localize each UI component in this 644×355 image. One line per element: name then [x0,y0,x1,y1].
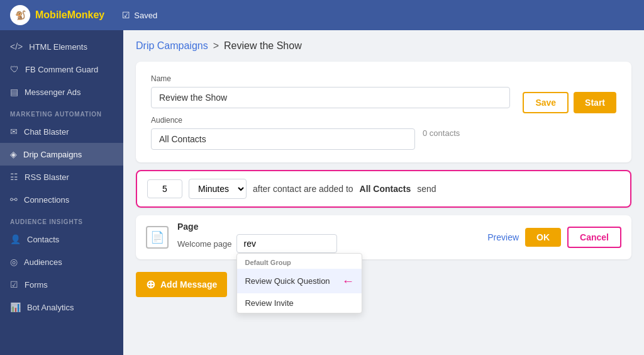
breadcrumb: Drip Campaigns > Review the Show [136,40,631,52]
audience-label: Audience [151,116,415,125]
contacts-icon: 👤 [10,234,21,244]
code-icon: </> [10,42,23,52]
default-page-label: Welcome page [177,239,231,249]
dropdown-item-label: Review Invite [245,298,293,308]
dropdown-item-review-invite[interactable]: Review Invite [237,293,362,313]
sidebar-item-forms[interactable]: ☑ Forms [0,273,123,296]
cancel-button[interactable]: Cancel [567,227,621,248]
shield-icon: 🛡 [10,64,19,74]
page-doc-icon: 📄 [146,226,169,249]
sidebar-item-html-elements[interactable]: </> HTML Elements [0,35,123,58]
check-icon: ☑ [122,10,130,20]
sidebar-item-connections[interactable]: ⚯ Connections [0,188,123,211]
page-header-row: 📄 Page Welcome page Default Group [136,215,631,259]
breadcrumb-link[interactable]: Drip Campaigns [136,40,208,52]
drip-icon: ◈ [10,149,17,159]
sidebar-item-drip-campaigns[interactable]: ◈ Drip Campaigns [0,143,123,166]
analytics-icon: 📊 [10,302,21,312]
forms-icon: ☑ [10,279,18,290]
arrow-icon: ← [341,274,354,288]
sidebar-item-bot-analytics[interactable]: 📊 Bot Analytics [0,296,123,318]
sidebar-item-label: Chat Blaster [24,127,69,137]
sidebar-item-label: Bot Analytics [27,303,74,312]
chat-blaster-icon: ✉ [10,127,18,137]
sidebar-item-label: RSS Blaster [25,172,69,182]
card-buttons: Save Start [523,92,616,113]
sidebar-item-label: FB Comment Guard [25,65,98,74]
audiences-icon: ◎ [10,257,18,267]
topbar: 🐒 MobileMonkey ☑ Saved [0,0,644,30]
sidebar-item-label: Drip Campaigns [23,150,82,159]
page-label: Page [177,222,337,232]
contacts-count: 0 contacts [423,128,460,138]
sidebar-item-label: Messenger Ads [25,87,81,97]
saved-label: Saved [134,11,157,20]
sidebar-item-messenger-ads[interactable]: ▤ Messenger Ads [0,81,123,103]
audience-insights-section: AUDIENCE INSIGHTS [0,211,123,228]
dropdown-item-review-quick[interactable]: Review Quick Question ← [237,269,362,293]
connections-icon: ⚯ [10,194,18,205]
save-button[interactable]: Save [523,92,569,113]
add-message-label: Add Message [160,279,217,290]
page-search-input[interactable] [236,234,337,253]
start-button[interactable]: Start [574,92,616,113]
name-input[interactable] [151,87,510,108]
audience-input[interactable] [151,128,415,150]
sidebar-item-rss-blaster[interactable]: ☷ RSS Blaster [0,166,123,188]
preview-link[interactable]: Preview [487,232,519,242]
page-left: 📄 Page Welcome page Default Group [146,222,337,253]
dropdown-list: Default Group Review Quick Question ← Re… [236,253,362,313]
timing-unit-select[interactable]: Minutes Hours Days [189,179,247,199]
layout: </> HTML Elements 🛡 FB Comment Guard ▤ M… [0,30,644,355]
sidebar-item-fb-comment-guard[interactable]: 🛡 FB Comment Guard [0,58,123,81]
page-dropdown-container: Default Group Review Quick Question ← Re… [236,234,337,253]
sidebar-item-label: HTML Elements [29,42,87,52]
card-fields: Name Audience 0 contacts [151,74,510,150]
timing-send-text: send [417,184,436,194]
rss-icon: ☷ [10,172,18,182]
ok-button[interactable]: OK [525,228,561,247]
timing-card: Minutes Hours Days after contact are add… [136,170,631,208]
page-right: Preview OK Cancel [487,227,621,248]
timing-after-text: after contact are added to [253,184,353,194]
sidebar: </> HTML Elements 🛡 FB Comment Guard ▤ M… [0,30,123,355]
timing-row: Minutes Hours Days after contact are add… [136,170,631,208]
sidebar-item-audiences[interactable]: ◎ Audiences [0,251,123,273]
sidebar-item-label: Connections [24,195,69,205]
logo-icon: 🐒 [10,5,30,25]
sidebar-item-chat-blaster[interactable]: ✉ Chat Blaster [0,120,123,143]
audience-row: Audience 0 contacts [151,116,510,150]
timing-number-input[interactable] [147,179,182,198]
saved-badge: ☑ Saved [122,10,157,20]
logo: 🐒 MobileMonkey [10,5,104,25]
breadcrumb-separator: > [213,40,219,52]
dropdown-group-label: Default Group [237,254,362,269]
logo-text: MobileMonkey [35,9,104,21]
add-message-area: ⊕ Add Message [136,266,631,297]
timing-bold-text: All Contacts [360,184,411,194]
add-message-button[interactable]: ⊕ Add Message [136,272,227,297]
main-content: Drip Campaigns > Review the Show Name Au… [123,30,644,355]
sidebar-item-contacts[interactable]: 👤 Contacts [0,228,123,251]
sidebar-item-label: Audiences [24,257,62,267]
dropdown-item-label: Review Quick Question [245,276,330,286]
card-top-row: Name Audience 0 contacts Save Start [151,74,616,150]
ad-icon: ▤ [10,87,18,97]
marketing-automation-section: MARKETING AUTOMATION [0,103,123,120]
page-section: 📄 Page Welcome page Default Group [136,215,631,259]
plus-icon: ⊕ [146,278,155,291]
campaign-config-card: Name Audience 0 contacts Save Start [136,62,631,162]
sidebar-item-label: Forms [25,280,48,290]
sidebar-item-label: Contacts [27,235,59,244]
name-label: Name [151,74,510,83]
breadcrumb-current: Review the Show [224,40,302,52]
